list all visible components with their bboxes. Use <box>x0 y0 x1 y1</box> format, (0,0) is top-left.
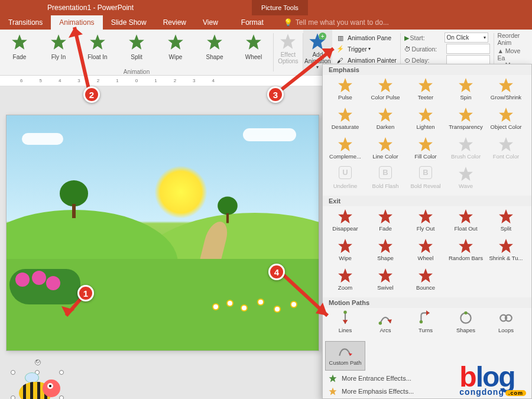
resize-handle[interactable] <box>59 395 64 399</box>
tell-me-placeholder: Tell me what you want to do... <box>296 18 389 27</box>
anim-arcs[interactable]: Arcs <box>365 309 406 339</box>
anim-spin[interactable]: Spin <box>446 76 486 106</box>
anim-flyin[interactable]: Fly In <box>39 32 78 60</box>
cloud-shape <box>22 133 63 145</box>
move-earlier-button[interactable]: ▲ Move Ea <box>497 47 528 61</box>
anim-shrink-tu-[interactable]: Shrink & Tu... <box>486 237 526 267</box>
anim-line-color[interactable]: Line Color <box>365 135 406 165</box>
anim-custom-path[interactable]: Custom Path <box>325 341 365 371</box>
svg-marker-17 <box>378 108 392 122</box>
anim-random-bars[interactable]: Random Bars <box>446 237 486 267</box>
anim-grow-shrink[interactable]: Grow/Shrink <box>486 76 526 106</box>
svg-point-43 <box>379 322 382 325</box>
anim-fade[interactable]: Fade <box>0 32 39 60</box>
svg-marker-22 <box>378 137 392 151</box>
star-icon <box>338 238 353 254</box>
anim-pulse[interactable]: Pulse <box>325 76 365 106</box>
anim-teeter[interactable]: Teeter <box>406 76 446 106</box>
star-icon <box>498 209 514 224</box>
slide-canvas[interactable] <box>6 115 319 351</box>
resize-handle[interactable] <box>59 370 64 375</box>
svg-marker-32 <box>338 239 352 253</box>
star-icon <box>418 209 433 224</box>
anim-darken[interactable]: Darken <box>365 106 406 135</box>
anim-label: Disappear <box>325 225 365 232</box>
anim-compleme-[interactable]: Compleme... <box>325 135 365 165</box>
svg-marker-11 <box>338 78 352 92</box>
star-icon <box>458 238 473 254</box>
anim-label: Wheel <box>234 54 273 60</box>
tab-transitions[interactable]: Transitions <box>0 15 51 30</box>
anim-desaturate[interactable]: Desaturate <box>325 106 365 135</box>
svg-marker-33 <box>378 239 392 253</box>
anim-lines[interactable]: Lines <box>325 309 365 339</box>
anim-label: Brush Color <box>446 153 486 160</box>
svg-marker-12 <box>378 78 392 92</box>
reorder-header: Reorder Anim <box>497 32 528 46</box>
tab-animations[interactable]: Animations <box>51 15 102 30</box>
anim-label: Swivel <box>365 284 406 291</box>
anim-wheel[interactable]: Wheel <box>234 32 273 60</box>
anim-shapes[interactable]: Shapes <box>446 309 486 339</box>
resize-handle[interactable] <box>11 370 15 375</box>
anim-label: Spin <box>446 94 486 100</box>
anim-wipe[interactable]: Wipe <box>325 237 365 267</box>
anim-wipe[interactable]: Wipe <box>156 32 195 60</box>
anim-split[interactable]: Split <box>117 32 156 60</box>
duration-label: Duration: <box>412 46 446 53</box>
anim-split[interactable]: Split <box>486 207 526 237</box>
start-field[interactable]: On Click▾ <box>445 33 488 43</box>
anim-label: Line Color <box>365 153 406 160</box>
anim-loops[interactable]: Loops <box>486 309 526 339</box>
anim-label: Transparency <box>446 124 486 130</box>
anim-zoom[interactable]: Zoom <box>325 267 365 296</box>
anim-disappear[interactable]: Disappear <box>325 207 365 237</box>
anim-fade[interactable]: Fade <box>365 207 406 237</box>
star-icon <box>338 107 353 122</box>
svg-marker-28 <box>378 209 392 223</box>
svg-marker-1 <box>51 34 66 50</box>
anim-lighten[interactable]: Lighten <box>406 106 446 135</box>
star-icon <box>458 107 473 122</box>
svg-marker-35 <box>459 239 473 253</box>
effect-options-icon <box>279 33 297 50</box>
step-badge-2: 2 <box>83 86 100 103</box>
anim-color-pulse[interactable]: Color Pulse <box>365 76 406 106</box>
tab-review[interactable]: Review <box>155 15 194 30</box>
resize-handle[interactable] <box>11 395 15 399</box>
motion-icon <box>378 310 393 326</box>
anim-object-color[interactable]: Object Color <box>486 106 526 135</box>
window-title: Presentation1 - PowerPoint <box>47 4 134 12</box>
anim-bounce[interactable]: Bounce <box>406 267 446 296</box>
tab-slideshow[interactable]: Slide Show <box>103 15 155 30</box>
rotate-handle[interactable] <box>35 359 41 365</box>
anim-float-out[interactable]: Float Out <box>446 207 486 237</box>
star-icon <box>458 77 473 93</box>
anim-label: Wave <box>446 183 486 189</box>
selected-picture-bee[interactable] <box>13 372 61 399</box>
anim-font-color: Font Color <box>486 135 526 165</box>
duration-field[interactable] <box>446 44 490 54</box>
anim-fly-out[interactable]: Fly Out <box>406 207 446 237</box>
motion-grid: LinesArcsTurnsShapesLoops <box>323 308 531 340</box>
svg-marker-4 <box>168 34 183 50</box>
svg-marker-15 <box>499 78 513 92</box>
tab-format[interactable]: Format <box>233 15 272 30</box>
anim-bold-flash: BBold Flash <box>365 165 406 194</box>
anim-wheel[interactable]: Wheel <box>406 237 446 267</box>
anim-turns[interactable]: Turns <box>406 309 446 339</box>
star-icon <box>498 137 514 152</box>
anim-swivel[interactable]: Swivel <box>365 267 406 296</box>
tell-me-search[interactable]: 💡 Tell me what you want to do... <box>284 15 389 30</box>
anim-floatin[interactable]: Float In <box>78 32 117 60</box>
trigger-button[interactable]: ⚡ Trigger▾ <box>336 43 397 54</box>
svg-marker-16 <box>338 108 352 122</box>
anim-fill-color[interactable]: Fill Color <box>406 135 446 165</box>
star-icon <box>378 268 393 283</box>
anim-transparency[interactable]: Transparency <box>446 106 486 135</box>
anim-shape[interactable]: Shape <box>365 237 406 267</box>
anim-shape[interactable]: Shape <box>195 32 234 60</box>
delay-icon: ⏲ <box>404 57 411 64</box>
animation-pane-button[interactable]: ▥ Animation Pane <box>336 32 397 43</box>
tab-view[interactable]: View <box>194 15 226 30</box>
